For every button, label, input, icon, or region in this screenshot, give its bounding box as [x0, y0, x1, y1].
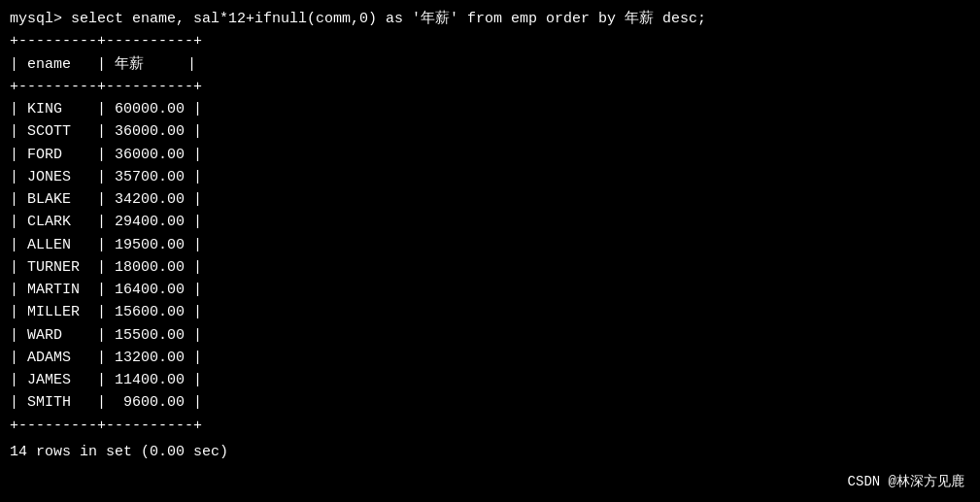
- table-row: | BLAKE | 34200.00 |: [10, 188, 970, 211]
- separator-bottom: +---------+----------+: [10, 415, 970, 437]
- table-row: | MILLER | 15600.00 |: [10, 301, 970, 323]
- table-row: | CLARK | 29400.00 |: [10, 211, 970, 233]
- table-row: | JAMES | 11400.00 |: [10, 369, 970, 391]
- table-row: | MARTIN | 16400.00 |: [10, 279, 970, 301]
- table-row: | SCOTT | 36000.00 |: [10, 120, 970, 143]
- terminal-window: mysql> select ename, sal*12+ifnull(comm,…: [0, 0, 980, 502]
- table-header: | ename | 年薪 |: [10, 53, 970, 76]
- table-row: | TURNER | 18000.00 |: [10, 256, 970, 279]
- table-row: | WARD | 15500.00 |: [10, 324, 970, 347]
- table-row: | KING | 60000.00 |: [10, 98, 970, 120]
- table-row: | JONES | 35700.00 |: [10, 166, 970, 188]
- separator-top: +---------+----------+: [10, 30, 970, 52]
- table-row: | ALLEN | 19500.00 |: [10, 234, 970, 256]
- table-row: | FORD | 36000.00 |: [10, 144, 970, 166]
- command-line: mysql> select ename, sal*12+ifnull(comm,…: [10, 8, 970, 30]
- table-row: | SMITH | 9600.00 |: [10, 391, 970, 414]
- table-body: | KING | 60000.00 || SCOTT | 36000.00 ||…: [10, 98, 970, 415]
- watermark: CSDN @林深方见鹿: [848, 473, 964, 490]
- table-row: | ADAMS | 13200.00 |: [10, 347, 970, 369]
- separator-header: +---------+----------+: [10, 76, 970, 98]
- result-line: 14 rows in set (0.00 sec): [10, 441, 970, 463]
